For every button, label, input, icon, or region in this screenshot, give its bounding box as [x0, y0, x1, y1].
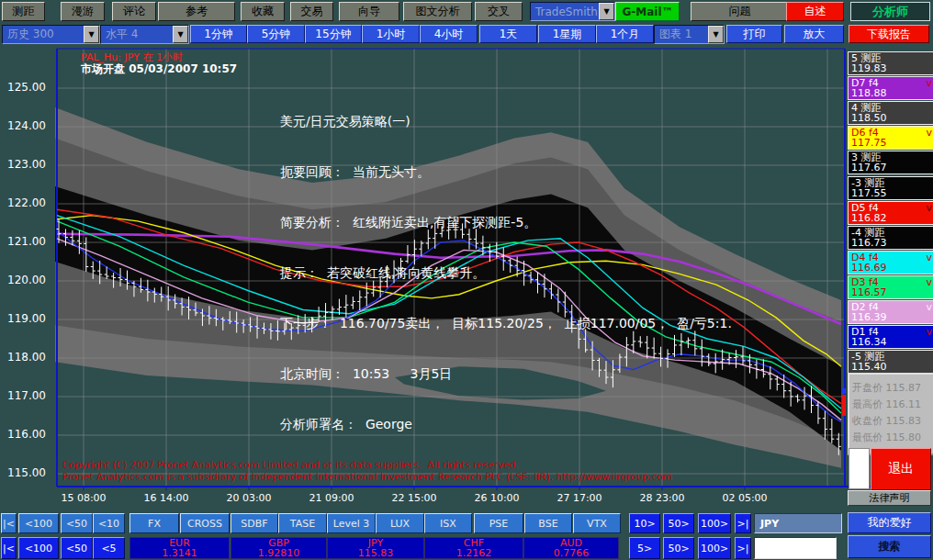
line-d6-value: 117.75	[851, 138, 932, 148]
search-input[interactable]	[754, 537, 837, 559]
x-tick-15-08-00: 15 08:00	[51, 492, 116, 504]
market-fx[interactable]: FX	[129, 513, 179, 533]
nav-fwd-50-2[interactable]: 50>	[663, 537, 694, 559]
strategy-hint: 提示： 若突破红线,将向黄线攀升。	[280, 265, 732, 290]
high-price: 最高价 116.11	[852, 398, 933, 411]
line-d6[interactable]: D6 f4v117.75	[848, 126, 933, 150]
measure-3[interactable]: 3 测距117.67	[848, 151, 933, 174]
market-tase[interactable]: TASE	[278, 513, 327, 533]
measure-4[interactable]: 4 测距118.50	[848, 101, 933, 125]
nav-back-10[interactable]: <10	[93, 513, 125, 533]
strategy-next-step: 下一步： 116.70/75卖出， 目标115.20/25， 止损117.00/…	[280, 316, 732, 341]
quote-gbp: GBP1.92810	[230, 537, 327, 559]
market-level3[interactable]: Level 3	[327, 513, 376, 533]
x-tick-21-09-00: 21 09:00	[299, 492, 364, 504]
nav-back-100[interactable]: <100	[18, 513, 59, 533]
line-d4-value: 116.69	[851, 263, 932, 273]
check-icon: v	[926, 78, 932, 88]
check-icon: v	[926, 252, 932, 263]
nav-start-2[interactable]: |<	[1, 537, 17, 559]
exit-button[interactable]: 退出	[871, 448, 931, 490]
blank-input-box[interactable]	[849, 448, 870, 489]
nav-fwd-10[interactable]: 10>	[629, 513, 660, 533]
nav-end-2[interactable]: >|	[735, 537, 751, 559]
strategy-annotation: 美元/日元交易策略(一) 扼要回顾： 当前无头寸。 简要分析： 红线附近卖出,有…	[280, 88, 732, 467]
quote-jpy-rate: 115.83	[358, 548, 394, 558]
y-tick-124.00: 124.00	[7, 119, 51, 132]
strategy-time: 北京时间： 10:53 3月5日	[280, 366, 732, 391]
x-tick-22-15-00: 22 15:00	[382, 492, 446, 504]
nav-fwd-100[interactable]: 100>	[698, 513, 731, 533]
ohlc-panel: 开盘价 115.87 最高价 116.11 收盘价 115.83 最低价 115…	[848, 373, 933, 455]
y-tick-122.00: 122.00	[7, 196, 51, 209]
nav-back-5[interactable]: <5	[93, 537, 125, 559]
measure-neg3-value: 117.55	[851, 188, 932, 198]
measure-3-value: 117.67	[851, 162, 932, 173]
y-tick-125.00: 125.00	[7, 81, 51, 94]
nav-back-50[interactable]: <50	[61, 513, 93, 533]
current-price-marker	[842, 395, 846, 416]
measure-5[interactable]: 5 测距119.83	[848, 51, 933, 75]
my-favorites-button[interactable]: 我的爱好	[848, 512, 931, 533]
strategy-signature: 分析师署名： George	[280, 417, 732, 442]
line-d3-value: 116.57	[851, 287, 932, 297]
line-d5-label: D5 f4	[851, 203, 879, 213]
y-tick-119.00: 119.00	[7, 312, 51, 325]
check-icon: v	[926, 203, 932, 213]
nav-fwd-5[interactable]: 5>	[629, 537, 660, 559]
measure-neg4-value: 116.73	[851, 238, 932, 248]
quote-aud-rate: 0.7766	[554, 548, 590, 558]
line-d5-value: 116.82	[851, 213, 932, 223]
x-tick-26-10-00: 26 10:00	[465, 492, 529, 504]
quote-jpy: JPY115.83	[327, 537, 424, 559]
copyright-line-1: Copyright (C) 2007 Pronet Analytics.com …	[62, 459, 519, 470]
measure-neg5[interactable]: -5 测距115.40	[848, 350, 933, 374]
market-isx[interactable]: ISX	[424, 513, 472, 533]
measure-neg4[interactable]: -4 测距116.73	[848, 226, 933, 250]
strategy-review: 扼要回顾： 当前无头寸。	[280, 164, 732, 189]
line-d3[interactable]: D3 f4v116.57	[848, 275, 933, 299]
y-tick-123.00: 123.00	[7, 158, 51, 171]
current-bid-marker	[842, 388, 846, 394]
line-d1[interactable]: D1 f4v116.34	[848, 325, 933, 349]
line-d7[interactable]: D7 f4v118.88	[848, 76, 933, 100]
line-d4[interactable]: D4 f4v116.69	[848, 251, 933, 274]
quote-gbp-rate: 1.92810	[258, 548, 300, 558]
open-price: 开盘价 115.87	[852, 381, 933, 395]
measure-neg3-label: -3 测距	[851, 178, 884, 188]
y-tick-115.00: 115.00	[7, 466, 51, 479]
measure-4-value: 118.50	[851, 113, 932, 123]
x-tick-28-23-00: 28 23:00	[630, 492, 694, 504]
nav-start[interactable]: |<	[1, 513, 17, 533]
nav-end[interactable]: >|	[735, 513, 751, 533]
search-button[interactable]: 搜索	[848, 535, 931, 558]
market-cross[interactable]: CROSS	[180, 513, 230, 533]
market-vtx[interactable]: VTX	[573, 513, 621, 533]
x-tick-16-14-00: 16 14:00	[134, 492, 198, 504]
measure-neg3[interactable]: -3 测距117.55	[848, 176, 933, 200]
market-sdbf[interactable]: SDBF	[230, 513, 278, 533]
x-tick-02-05-00: 02 05:00	[713, 492, 777, 504]
nav-fwd-100-2[interactable]: 100>	[698, 537, 731, 559]
market-lux[interactable]: LUX	[376, 513, 424, 533]
market-pse[interactable]: PSE	[474, 513, 523, 533]
nav-fwd-50[interactable]: 50>	[663, 513, 694, 533]
check-icon: v	[926, 128, 932, 138]
line-d5[interactable]: D5 f4v116.82	[848, 201, 933, 225]
quote-eur: EUR1.3141	[129, 537, 230, 559]
nav-back-100-2[interactable]: <100	[18, 537, 59, 559]
strategy-analysis: 简要分析： 红线附近卖出,有望下探测距-5。	[280, 215, 732, 240]
symbol-input[interactable]: JPY	[754, 513, 842, 533]
y-tick-118.00: 118.00	[7, 351, 51, 364]
check-icon: v	[926, 277, 932, 287]
x-tick-20-03-00: 20 03:00	[217, 492, 281, 504]
line-d2[interactable]: D2 f4v116.39	[848, 300, 933, 324]
y-tick-117.00: 117.00	[7, 389, 51, 402]
trading-app-window: 测距漫游评论参考收藏交易向导图文分析交叉TradeSmith▼G-Mail™问题…	[0, 0, 933, 560]
line-d7-value: 118.88	[851, 88, 932, 98]
legal-notice-button[interactable]: 法律声明	[848, 490, 931, 506]
quote-aud: AUD0.7766	[523, 537, 619, 559]
line-d2-value: 116.39	[851, 312, 932, 322]
nav-back-50-2[interactable]: <50	[61, 537, 93, 559]
market-bse[interactable]: BSE	[524, 513, 572, 533]
